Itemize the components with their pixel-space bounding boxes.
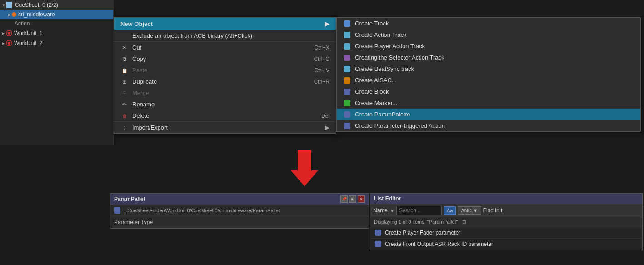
close-button[interactable]: ✕: [358, 195, 365, 203]
param-palette-icon: [343, 111, 351, 118]
beatsync-icon: [343, 66, 351, 72]
tree-expand-icon: ▶: [2, 31, 5, 35]
duplicate-icon: [120, 78, 129, 85]
pin-button[interactable]: 📌: [340, 195, 348, 203]
expand-icon: ⊞: [462, 219, 466, 225]
player-track-icon: [343, 43, 351, 50]
tree-expand-arrow: ▼: [2, 3, 5, 7]
list-item-create-player-fader[interactable]: Create Player Fader parameter: [370, 227, 642, 239]
parameter-type-label: Parameter Type: [114, 219, 153, 225]
shortcut-label: Ctrl+C: [314, 56, 329, 62]
rename-icon: [120, 101, 129, 108]
submenu-item-create-action-track[interactable]: Create Action Track: [337, 29, 640, 40]
search-input[interactable]: [396, 206, 442, 215]
menu-item-label: Cut: [132, 44, 141, 51]
list-editor-panel: List Editor Name ▼ Aa AND ▼ Find in t Di…: [370, 193, 643, 250]
match-case-button[interactable]: Aa: [444, 206, 456, 215]
and-filter-button[interactable]: AND ▼: [458, 206, 481, 215]
menu-item-import-export[interactable]: Import/Export ▶: [114, 122, 336, 133]
menu-item-paste: Paste Ctrl+V: [114, 65, 336, 76]
param-action-icon: [343, 123, 351, 129]
front-output-icon: [375, 241, 381, 247]
submenu-item-label: Create Marker...: [355, 100, 397, 106]
menu-item-label: Exclude an object from ACB binary (Alt+C…: [132, 32, 252, 39]
submenu-item-create-track[interactable]: Create Track: [337, 18, 640, 29]
submenu-item-create-aisac[interactable]: Create AISAC...: [337, 75, 640, 86]
menu-header-new-object[interactable]: New Object ▶: [114, 18, 336, 30]
scissors-icon: [120, 44, 129, 51]
menu-item-label: Paste: [132, 67, 147, 74]
shortcut-label: Ctrl+X: [314, 45, 329, 51]
menu-item-label: Import/Export: [132, 124, 168, 131]
tree-expand-arrow: ▶: [8, 13, 11, 17]
track-icon: [343, 20, 351, 27]
menu-header-label: New Object: [120, 20, 153, 27]
list-item-create-front-output[interactable]: Create Front Output ASR Rack ID paramete…: [370, 239, 642, 250]
menu-item-exclude[interactable]: Exclude an object from ACB binary (Alt+C…: [114, 30, 336, 42]
param-pallet-titlebar: ParamPallet 📌 ⊞ ✕: [110, 194, 369, 205]
menu-item-delete[interactable]: Delete Del: [114, 110, 336, 122]
path-icon: [114, 207, 120, 214]
submenu-item-create-param-palette[interactable]: Create ParamPalette: [337, 109, 640, 120]
submenu-arrow-icon: ▶: [325, 20, 329, 27]
dock-button[interactable]: ⊞: [349, 195, 356, 203]
submenu-item-create-selector-action-track[interactable]: Creating the Selector Action Track: [337, 52, 640, 63]
paste-icon: [120, 67, 129, 74]
list-editor-toolbar: Name ▼ Aa AND ▼ Find in t: [370, 204, 642, 217]
selector-icon: [343, 55, 351, 61]
action-track-icon: [343, 32, 351, 38]
tree-item-label: CueSheet_0 (2/2): [15, 2, 58, 8]
panel-path-row: ...CueSheetFolder/WorkUnit 0/CueSheet 0/…: [110, 205, 369, 216]
delete-icon: [120, 112, 129, 119]
context-menu-left: New Object ▶ Exclude an object from ACB …: [114, 17, 336, 134]
menu-item-label: Duplicate: [132, 78, 157, 85]
tree-item-cuesheet[interactable]: ▼ CueSheet_0 (2/2): [0, 0, 113, 10]
tree-item-label: WorkUnit_1: [14, 30, 42, 36]
submenu-item-create-beatsync[interactable]: Create BeatSync track: [337, 63, 640, 75]
menu-item-copy[interactable]: Copy Ctrl+C: [114, 53, 336, 65]
submenu-item-label: Create Player Action Track: [355, 43, 425, 50]
marker-icon: [343, 100, 351, 106]
tree-item-workunit1[interactable]: ▶ WorkUnit_1: [0, 28, 113, 38]
name-col-label: Name: [373, 207, 388, 214]
submenu-item-create-param-action[interactable]: Create Parameter-triggered Action: [337, 120, 640, 131]
status-text: Displaying 1 of 0 items. "ParamPallet": [374, 219, 458, 225]
tree-item-workunit2[interactable]: ▶ WorkUnit_2: [0, 38, 113, 48]
svg-point-3: [8, 42, 10, 45]
submenu-item-label: Creating the Selector Action Track: [355, 54, 444, 61]
menu-item-label: Rename: [132, 101, 155, 108]
menu-item-duplicate[interactable]: Duplicate Ctrl+R: [114, 76, 336, 87]
find-in-label: Find in t: [483, 207, 503, 214]
submenu-item-label: Create Parameter-triggered Action: [355, 122, 445, 129]
panel-title: ParamPallet: [114, 196, 145, 202]
submenu-item-create-player-action-track[interactable]: Create Player Action Track: [337, 40, 640, 52]
tree-item-action[interactable]: Action: [0, 19, 113, 28]
submenu-item-create-block[interactable]: Create Block: [337, 86, 640, 97]
list-editor-title-label: List Editor: [374, 195, 401, 202]
menu-item-label: Copy: [132, 55, 146, 62]
menu-item-cut[interactable]: Cut Ctrl+X: [114, 42, 336, 53]
menu-item-label: Delete: [132, 112, 150, 119]
submenu-item-label: Create Block: [355, 88, 389, 95]
list-item-label: Create Front Output ASR Rack ID paramete…: [385, 241, 493, 247]
tree-panel: ▼ CueSheet_0 (2/2) ▶ cri_middleware Acti…: [0, 0, 114, 145]
tree-expand-icon: ▶: [2, 41, 5, 45]
import-export-icon: [120, 124, 129, 131]
dot-icon: [12, 12, 16, 17]
submenu-item-label: Create ParamPalette: [355, 111, 410, 118]
shortcut-label: Ctrl+V: [314, 67, 329, 74]
aisac-icon: [343, 77, 351, 84]
panel-controls: 📌 ⊞ ✕: [340, 195, 365, 203]
submenu-item-label: Create AISAC...: [355, 77, 397, 84]
copy-icon: [120, 55, 129, 62]
submenu-item-create-marker[interactable]: Create Marker...: [337, 97, 640, 109]
param-pallet-panel: ParamPallet 📌 ⊞ ✕ ...CueSheetFolder/Work…: [110, 193, 369, 229]
merge-icon: [120, 90, 129, 96]
list-editor-title: List Editor: [370, 194, 642, 204]
tree-item-cri-middleware[interactable]: ▶ cri_middleware: [0, 10, 113, 19]
menu-item-label: Merge: [132, 90, 149, 96]
menu-item-rename[interactable]: Rename: [114, 99, 336, 110]
name-col-dropdown-icon[interactable]: ▼: [390, 208, 394, 213]
tree-item-label: cri_middleware: [18, 11, 55, 18]
tree-item-label: Action: [15, 20, 30, 27]
